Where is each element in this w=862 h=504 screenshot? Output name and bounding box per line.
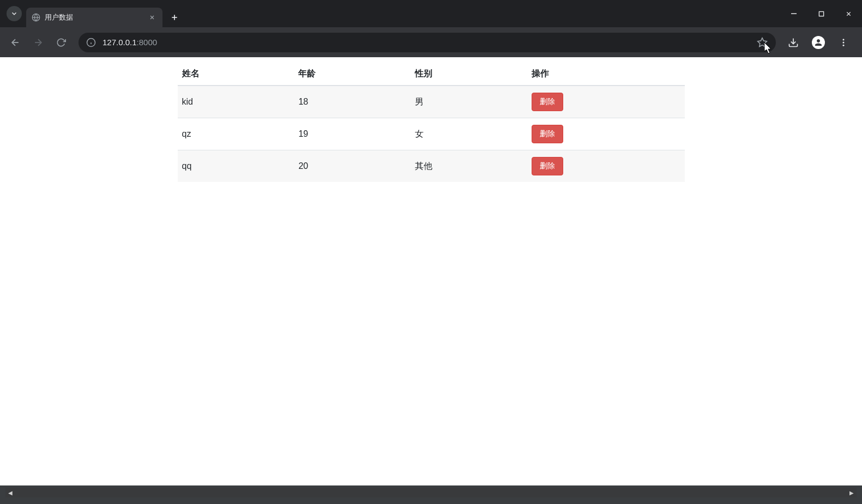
table-row: qq 20 其他 删除: [178, 150, 685, 183]
tab-title: 用户数据: [45, 13, 147, 22]
col-action: 操作: [527, 63, 684, 86]
browser-toolbar: 127.0.0.1:8000: [0, 27, 862, 57]
reload-button[interactable]: [51, 33, 71, 52]
cell-name: qq: [178, 150, 294, 183]
delete-button[interactable]: 删除: [532, 93, 563, 111]
menu-icon[interactable]: [834, 33, 853, 52]
close-icon[interactable]: [147, 13, 157, 22]
delete-button[interactable]: 删除: [532, 125, 563, 143]
bookmark-icon[interactable]: [756, 37, 768, 48]
scroll-left-icon[interactable]: ◀: [7, 489, 14, 496]
downloads-icon[interactable]: [783, 33, 803, 52]
cell-gender: 其他: [411, 150, 527, 183]
svg-point-18: [843, 41, 845, 43]
cell-action: 删除: [527, 86, 684, 118]
col-age: 年龄: [294, 63, 411, 86]
horizontal-scrollbar[interactable]: ◀ ▶: [5, 488, 857, 497]
tab-search-button[interactable]: [7, 6, 22, 21]
window-controls: [786, 0, 857, 27]
avatar-icon: [812, 36, 825, 49]
cell-name: kid: [178, 86, 294, 118]
delete-button[interactable]: 删除: [532, 157, 563, 175]
svg-point-17: [843, 39, 845, 40]
globe-icon: [32, 13, 40, 22]
tab-bar: 用户数据: [0, 0, 862, 27]
user-table: 姓名 年龄 性别 操作 kid 18 男 删除 qz 19: [178, 63, 685, 182]
table-row: kid 18 男 删除: [178, 86, 685, 118]
browser-chrome: 用户数据: [0, 0, 862, 57]
profile-button[interactable]: [809, 33, 828, 52]
table-row: qz 19 女 删除: [178, 118, 685, 150]
browser-tab[interactable]: 用户数据: [26, 8, 162, 27]
cell-action: 删除: [527, 150, 684, 183]
toolbar-right: [783, 33, 857, 52]
cell-age: 19: [294, 118, 411, 150]
site-info-icon[interactable]: [86, 38, 96, 47]
back-button[interactable]: [5, 33, 25, 52]
svg-marker-15: [758, 38, 767, 46]
forward-button[interactable]: [28, 33, 48, 52]
cell-age: 18: [294, 86, 411, 118]
page-viewport: 姓名 年龄 性别 操作 kid 18 男 删除 qz 19: [0, 57, 862, 485]
scroll-right-icon[interactable]: ▶: [848, 489, 855, 496]
col-name: 姓名: [178, 63, 294, 86]
url-host: 127.0.0.1: [103, 38, 137, 47]
col-gender: 性别: [411, 63, 527, 86]
svg-point-19: [843, 44, 845, 46]
url-text: 127.0.0.1:8000: [103, 38, 756, 47]
close-window-button[interactable]: [840, 5, 857, 22]
minimize-button[interactable]: [786, 5, 802, 22]
cell-gender: 男: [411, 86, 527, 118]
cell-action: 删除: [527, 118, 684, 150]
cell-age: 20: [294, 150, 411, 183]
table-header-row: 姓名 年龄 性别 操作: [178, 63, 685, 86]
url-port: :8000: [137, 38, 158, 47]
cell-gender: 女: [411, 118, 527, 150]
address-bar[interactable]: 127.0.0.1:8000: [79, 33, 776, 52]
user-table-container: 姓名 年龄 性别 操作 kid 18 男 删除 qz 19: [178, 57, 685, 187]
cell-name: qz: [178, 118, 294, 150]
new-tab-button[interactable]: [167, 10, 182, 25]
svg-rect-7: [819, 11, 823, 16]
maximize-button[interactable]: [813, 5, 829, 22]
